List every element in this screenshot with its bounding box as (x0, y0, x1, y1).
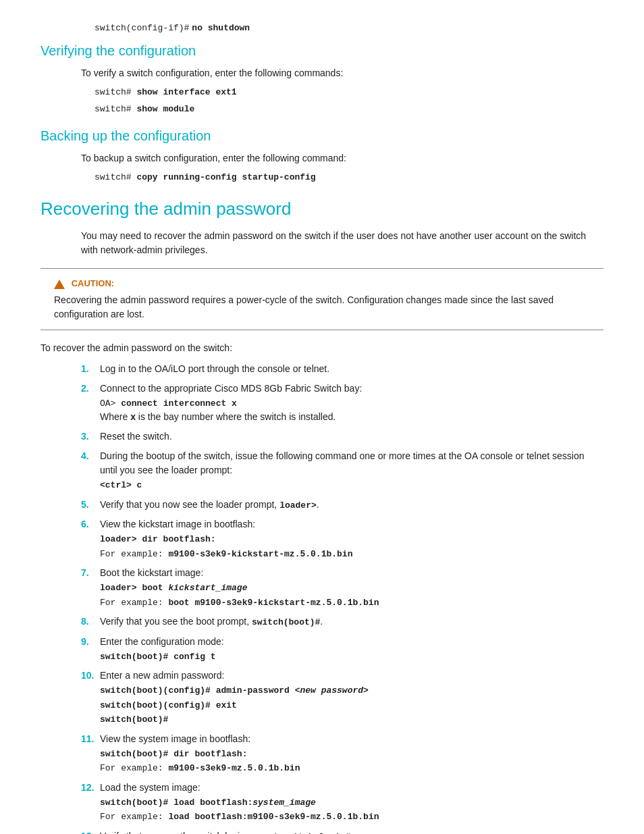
step-10-content: Enter a new admin password: switch(boot)… (100, 669, 603, 727)
step-8: 8. Verify that you see the boot prompt, … (81, 615, 603, 629)
step-7-code1-bold: loader> boot (100, 583, 168, 593)
step-7-number: 7. (81, 566, 100, 580)
step-7-content: Boot the kickstart image: loader> boot k… (100, 566, 603, 609)
backing-up-intro: To backup a switch configuration, enter … (81, 151, 603, 165)
step-6-example-bold: m9100-s3ek9-kickstart-mz.5.0.1b.bin (168, 549, 352, 559)
recovering-intro: You may need to recover the admin passwo… (81, 229, 603, 257)
caution-triangle-icon (54, 280, 65, 289)
pre-code-prefix: switch(config-if)# (95, 23, 189, 33)
step-10-code2: switch(boot)(config)# exit (100, 699, 603, 712)
step-12-code1-bold: switch(boot)# load bootflash: (100, 798, 252, 808)
step-6-number: 6. (81, 517, 100, 531)
step-11-content: View the system image in bootflash: swit… (100, 732, 603, 775)
step-10-text: Enter a new admin password: (100, 670, 224, 681)
caution-title: CAUTION: (54, 277, 590, 290)
step-4-content: During the bootup of the switch, issue t… (100, 449, 603, 492)
verifying-cmd2-prefix: switch# (95, 104, 136, 114)
step-6-text: View the kickstart image in bootflash: (100, 519, 255, 529)
step-8-text: Verify that you see the boot prompt, swi… (100, 616, 323, 627)
recovering-heading: Recovering the admin password (41, 196, 603, 222)
step-12-number: 12. (81, 781, 100, 795)
step-12: 12. Load the system image: switch(boot)#… (81, 781, 603, 824)
step-7: 7. Boot the kickstart image: loader> boo… (81, 566, 603, 609)
step-4: 4. During the bootup of the switch, issu… (81, 449, 603, 492)
verifying-cmd-2: switch# show module (95, 103, 603, 116)
step-2-number: 2. (81, 382, 100, 396)
step-2: 2. Connect to the appropriate Cisco MDS … (81, 382, 603, 425)
step-10-code1: switch(boot)(config)# admin-password <ne… (100, 684, 603, 698)
step-5-text: Verify that you now see the loader promp… (100, 499, 319, 510)
step-3-text: Reset the switch. (100, 431, 172, 442)
step-7-text: Boot the kickstart image: (100, 567, 203, 578)
step-2-code1: OA> connect interconnect x (100, 397, 603, 411)
verifying-cmd1-prefix: switch# (95, 87, 136, 97)
step-12-content: Load the system image: switch(boot)# loa… (100, 781, 603, 824)
step-4-code: <ctrl> c (100, 479, 603, 492)
step-9-content: Enter the configuration mode: switch(boo… (100, 635, 603, 664)
step-10-code1-italic: <new password> (295, 685, 369, 696)
step-6-code1: loader> dir bootflash: (100, 533, 603, 546)
step-7-code1: loader> boot kickstart_image (100, 581, 603, 595)
step-2-x-bold: x (130, 411, 136, 422)
step-1-number: 1. (81, 362, 100, 376)
verifying-cmd2-bold: show module (136, 104, 194, 114)
step-12-code1-italic: system_image (252, 798, 316, 808)
step-11-code1: switch(boot)# dir bootflash: (100, 748, 603, 761)
step-2-code1-bold: connect interconnect x (121, 398, 237, 409)
step-11-number: 11. (81, 732, 100, 746)
backing-up-heading: Backing up the configuration (41, 126, 603, 146)
step-8-number: 8. (81, 615, 100, 629)
step-12-code2: For example: load bootflash:m9100-s3ek9-… (100, 812, 379, 822)
backing-cmd-1: switch# copy running-config startup-conf… (95, 171, 603, 184)
step-2-content: Connect to the appropriate Cisco MDS 8Gb… (100, 382, 603, 425)
step-13-number: 13. (81, 829, 100, 835)
caution-text: Recovering the admin password requires a… (54, 293, 590, 321)
step-6: 6. View the kickstart image in bootflash… (81, 517, 603, 561)
step-11-text: View the system image in bootflash: (100, 733, 250, 744)
step-13: 13. Verify that you see the switch login… (81, 829, 603, 835)
step-12-example-bold: load bootflash:m9100-s3ek9-mz.5.0.1b.bin (168, 812, 379, 822)
step-7-code2: For example: boot m9100-s3ek9-kickstart-… (100, 598, 379, 608)
step-4-text: During the bootup of the switch, issue t… (100, 450, 585, 475)
step-5: 5. Verify that you now see the loader pr… (81, 498, 603, 513)
step-5-content: Verify that you now see the loader promp… (100, 498, 603, 513)
step-10-code3: switch(boot)# (100, 713, 603, 727)
step-10-number: 10. (81, 669, 100, 683)
step-10-code1-bold: switch(boot)(config)# admin-password (100, 685, 295, 696)
step-13-content: Verify that you see the switch login pro… (100, 829, 603, 835)
steps-list: 1. Log in to the OA/iLO port through the… (81, 362, 603, 835)
step-6-content: View the kickstart image in bootflash: l… (100, 517, 603, 561)
step-9: 9. Enter the configuration mode: switch(… (81, 635, 603, 664)
step-2-code2-text: Where x is the bay number where the swit… (100, 411, 336, 422)
step-12-text: Load the system image: (100, 782, 200, 793)
step-4-number: 4. (81, 449, 100, 463)
step-1: 1. Log in to the OA/iLO port through the… (81, 362, 603, 376)
step-9-text: Enter the configuration mode: (100, 636, 224, 647)
step-5-number: 5. (81, 498, 100, 512)
step-11-code2: For example: m9100-s3ek9-mz.5.0.1b.bin (100, 763, 300, 773)
step-8-content: Verify that you see the boot prompt, swi… (100, 615, 603, 629)
step-3: 3. Reset the switch. (81, 429, 603, 444)
step-2-code1-prefix: OA> (100, 398, 121, 409)
pre-code-block: switch(config-if)# no shutdown (95, 20, 603, 35)
step-9-number: 9. (81, 635, 100, 649)
step-9-code: switch(boot)# config t (100, 650, 603, 664)
step-5-bold: loader> (279, 500, 317, 511)
step-11: 11. View the system image in bootflash: … (81, 732, 603, 775)
recover-intro-text: To recover the admin password on the swi… (41, 341, 603, 355)
step-7-example-bold: boot m9100-s3ek9-kickstart-mz.5.0.1b.bin (168, 598, 379, 608)
step-6-code2: For example: m9100-s3ek9-kickstart-mz.5.… (100, 549, 352, 559)
verifying-cmd-1: switch# show interface ext1 (95, 86, 603, 99)
pre-code-command: no shutdown (192, 23, 250, 33)
step-13-text: Verify that you see the switch login pro… (100, 831, 353, 835)
caution-box: CAUTION: Recovering the admin password r… (41, 268, 603, 330)
step-3-number: 3. (81, 429, 100, 444)
step-1-content: Log in to the OA/iLO port through the co… (100, 362, 603, 376)
verifying-heading: Verifying the configuration (41, 41, 603, 61)
step-10: 10. Enter a new admin password: switch(b… (81, 669, 603, 727)
step-11-example-bold: m9100-s3ek9-mz.5.0.1b.bin (168, 763, 300, 773)
step-13-bold: switch login# (282, 832, 350, 835)
backing-cmd1-bold: copy running-config startup-config (136, 172, 315, 182)
verifying-cmd1-bold: show interface ext1 (136, 87, 236, 97)
backing-cmd1-prefix: switch# (95, 172, 136, 182)
